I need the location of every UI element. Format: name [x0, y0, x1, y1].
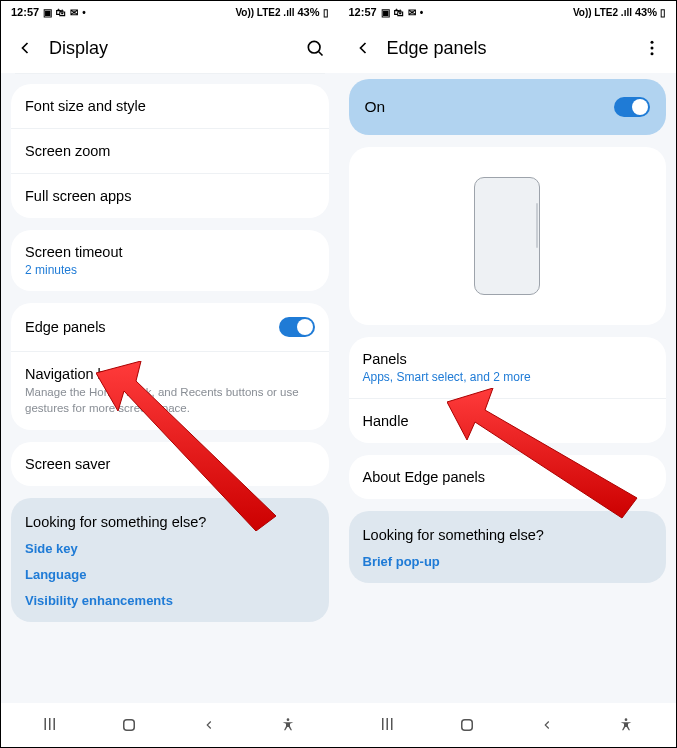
- master-toggle-label: On: [365, 98, 386, 116]
- row-screen-timeout[interactable]: Screen timeout 2 minutes: [11, 230, 329, 291]
- master-toggle[interactable]: [614, 97, 650, 117]
- looking-title: Looking for something else?: [363, 527, 653, 543]
- row-screen-saver[interactable]: Screen saver: [11, 442, 329, 486]
- row-handle[interactable]: Handle: [349, 399, 667, 443]
- svg-point-9: [625, 718, 628, 721]
- nav-bar: III: [339, 703, 677, 747]
- battery-icon: ▯: [660, 7, 666, 18]
- app-header: Edge panels: [339, 23, 677, 73]
- link-visibility[interactable]: Visibility enhancements: [25, 593, 315, 608]
- nav-back-icon[interactable]: [540, 718, 554, 732]
- signal-icon: Vo)) LTE2 .ıll: [235, 7, 294, 18]
- svg-point-6: [651, 47, 654, 50]
- dot-icon: •: [420, 7, 424, 18]
- status-time: 12:57: [11, 6, 39, 18]
- panels-sub: Apps, Smart select, and 2 more: [363, 370, 653, 384]
- link-side-key[interactable]: Side key: [25, 541, 315, 556]
- nav-bar-sub: Manage the Home, Back, and Recents butto…: [25, 385, 315, 416]
- shop-icon: 🛍: [56, 7, 66, 18]
- nav-bar: III: [1, 703, 339, 747]
- edge-panels-toggle[interactable]: [279, 317, 315, 337]
- phone-preview-icon: [474, 177, 540, 295]
- nav-home-icon[interactable]: [120, 716, 138, 734]
- battery-icon: ▯: [323, 7, 329, 18]
- status-bar: 12:57 ▣ 🛍 ✉ • Vo)) LTE2 .ıll 43% ▯: [1, 1, 339, 23]
- status-bar: 12:57 ▣ 🛍 ✉ • Vo)) LTE2 .ıll 43% ▯: [339, 1, 677, 23]
- nav-recents-icon[interactable]: III: [43, 716, 56, 734]
- row-panels[interactable]: Panels Apps, Smart select, and 2 more: [349, 337, 667, 399]
- phone-display-settings: 12:57 ▣ 🛍 ✉ • Vo)) LTE2 .ıll 43% ▯ Displ…: [1, 1, 339, 747]
- svg-point-5: [651, 41, 654, 44]
- svg-point-3: [287, 718, 290, 721]
- message-icon: ✉: [408, 7, 416, 18]
- nav-recents-icon[interactable]: III: [381, 716, 394, 734]
- edge-preview: [349, 147, 667, 325]
- page-title: Display: [49, 38, 291, 59]
- svg-point-7: [651, 52, 654, 55]
- group-display-basic: Font size and style Screen zoom Full scr…: [11, 84, 329, 218]
- link-brief-popup[interactable]: Brief pop-up: [363, 554, 653, 569]
- search-icon[interactable]: [305, 38, 325, 58]
- link-language[interactable]: Language: [25, 567, 315, 582]
- row-font-size[interactable]: Font size and style: [11, 84, 329, 129]
- signal-icon: Vo)) LTE2 .ıll: [573, 7, 632, 18]
- battery-pct: 43%: [635, 6, 657, 18]
- nav-accessibility-icon[interactable]: [618, 717, 634, 733]
- looking-title: Looking for something else?: [25, 514, 315, 530]
- back-icon[interactable]: [353, 38, 373, 58]
- group-saver: Screen saver: [11, 442, 329, 486]
- row-about-edge[interactable]: About Edge panels: [349, 455, 667, 499]
- group-edge-nav: Edge panels Navigation bar Manage the Ho…: [11, 303, 329, 430]
- message-icon: ✉: [70, 7, 78, 18]
- app-header: Display: [1, 23, 339, 73]
- page-title: Edge panels: [387, 38, 629, 59]
- battery-pct: 43%: [297, 6, 319, 18]
- row-screen-zoom[interactable]: Screen zoom: [11, 129, 329, 174]
- group-about: About Edge panels: [349, 455, 667, 499]
- more-icon[interactable]: [642, 38, 662, 58]
- master-toggle-row[interactable]: On: [349, 79, 667, 135]
- camera-icon: ▣: [381, 7, 390, 18]
- nav-accessibility-icon[interactable]: [280, 717, 296, 733]
- looking-for-else: Looking for something else? Side key Lan…: [11, 498, 329, 622]
- svg-rect-8: [462, 720, 473, 731]
- back-icon[interactable]: [15, 38, 35, 58]
- group-timeout: Screen timeout 2 minutes: [11, 230, 329, 291]
- shop-icon: 🛍: [394, 7, 404, 18]
- svg-line-1: [318, 52, 322, 56]
- svg-rect-2: [124, 720, 135, 731]
- nav-back-icon[interactable]: [202, 718, 216, 732]
- nav-home-icon[interactable]: [458, 716, 476, 734]
- row-navigation-bar[interactable]: Navigation bar Manage the Home, Back, an…: [11, 352, 329, 430]
- timeout-value: 2 minutes: [25, 263, 315, 277]
- looking-for-else: Looking for something else? Brief pop-up: [349, 511, 667, 583]
- row-fullscreen-apps[interactable]: Full screen apps: [11, 174, 329, 218]
- dot-icon: •: [82, 7, 86, 18]
- camera-icon: ▣: [43, 7, 52, 18]
- group-panels-handle: Panels Apps, Smart select, and 2 more Ha…: [349, 337, 667, 443]
- status-time: 12:57: [349, 6, 377, 18]
- phone-edge-panels: 12:57 ▣ 🛍 ✉ • Vo)) LTE2 .ıll 43% ▯ Edge …: [339, 1, 677, 747]
- row-edge-panels[interactable]: Edge panels: [11, 303, 329, 352]
- svg-point-0: [308, 41, 320, 53]
